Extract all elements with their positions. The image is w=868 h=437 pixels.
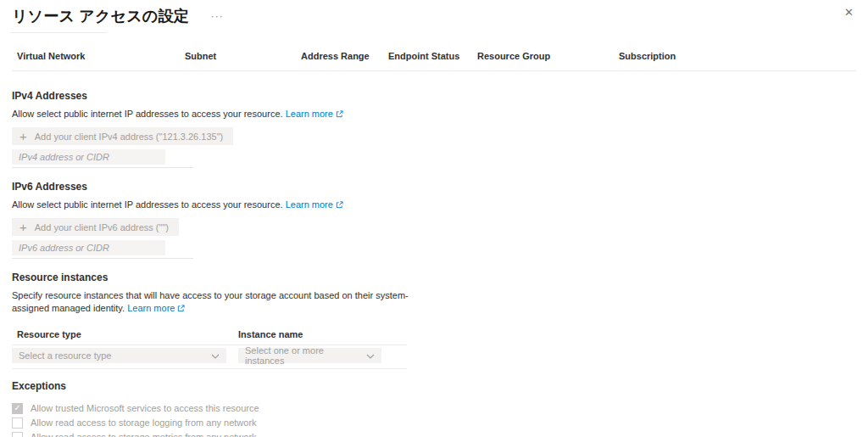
add-client-ipv6-button[interactable]: + Add your client IPv6 address ("") [12,218,179,236]
close-button[interactable]: ✕ [840,4,858,20]
close-icon: ✕ [844,6,854,19]
blade-header: リソース アクセスの設定 ··· ✕ [12,0,856,25]
resource-type-select[interactable]: Select a resource type [12,348,226,363]
ipv6-input-divider [12,258,193,259]
storage-logging-label: Allow read access to storage logging fro… [31,417,257,429]
ipv4-description-text: Allow select public internet IP addresse… [12,109,283,119]
ipv6-section-heading: IPv6 Addresses [12,181,856,193]
resource-type-label: Resource type [12,329,238,339]
column-header-subscription: Subscription [619,51,856,61]
ellipsis-icon: ··· [211,10,224,22]
chevron-down-icon [366,350,375,361]
table-divider [12,70,856,71]
ipv4-learn-more-link[interactable]: Learn more [286,109,343,119]
ipv6-learn-more-link[interactable]: Learn more [286,199,343,210]
plus-icon: + [19,130,27,143]
instance-name-label: Instance name [238,329,303,339]
check-icon: ✓ [14,404,20,412]
ipv4-input-divider [12,167,193,168]
column-header-endpoint-status: Endpoint Status [388,51,477,61]
exception-row-storage-logging: ✓ Allow read access to storage logging f… [12,417,856,429]
resource-instance-labels: Resource type Instance name [12,329,856,339]
column-header-address-range: Address Range [301,51,388,61]
instance-name-select[interactable]: Select one or more instances [238,348,381,363]
chevron-down-icon [211,350,220,361]
instance-name-select-value: Select one or more instances [245,345,361,366]
ipv4-address-input[interactable] [12,149,165,165]
column-header-resource-group: Resource Group [477,51,619,61]
resource-instances-heading: Resource instances [12,272,856,283]
exception-row-trusted-services: ✓ Allow trusted Microsoft services to ac… [12,402,856,414]
ipv4-description: Allow select public internet IP addresse… [12,108,856,121]
resource-instances-learn-more-link[interactable]: Learn more [127,303,185,313]
resource-instances-description: Specify resource instances that will hav… [12,289,410,316]
storage-metrics-checkbox[interactable]: ✓ [12,432,23,437]
resource-access-settings-blade: リソース アクセスの設定 ··· ✕ Virtual Network Subne… [0,0,868,437]
column-header-virtual-network: Virtual Network [12,51,185,61]
add-client-ipv4-label: Add your client IPv4 address ("121.3.26.… [35,132,223,142]
external-link-icon [177,303,185,316]
exceptions-heading: Exceptions [12,380,856,392]
network-table-header: Virtual Network Subnet Address Range End… [12,51,856,61]
ipv6-address-input[interactable] [12,240,165,255]
storage-logging-checkbox[interactable]: ✓ [12,417,23,429]
resource-instances-description-text: Specify resource instances that will hav… [12,290,409,313]
trusted-services-checkbox[interactable]: ✓ [12,403,23,414]
resource-instance-divider-bottom [12,368,407,369]
resource-instance-selectors: Select a resource type Select one or mor… [12,348,856,363]
more-options-button[interactable]: ··· [208,9,227,23]
add-client-ipv4-button[interactable]: + Add your client IPv4 address ("121.3.2… [12,127,233,145]
ipv6-description-text: Allow select public internet IP addresse… [12,199,283,210]
external-link-icon [336,109,343,121]
exception-row-storage-metrics: ✓ Allow read access to storage metrics f… [12,431,856,437]
ipv4-section-heading: IPv4 Addresses [12,90,856,102]
title-divider [11,32,107,33]
add-client-ipv6-label: Add your client IPv6 address ("") [35,222,169,233]
storage-metrics-label: Allow read access to storage metrics fro… [31,431,257,437]
column-header-subnet: Subnet [185,51,301,61]
plus-icon: + [19,221,27,233]
trusted-services-label: Allow trusted Microsoft services to acce… [31,402,259,414]
external-link-icon [336,199,343,212]
page-title: リソース アクセスの設定 [12,8,189,25]
resource-type-select-value: Select a resource type [19,350,111,361]
ipv6-description: Allow select public internet IP addresse… [12,199,856,212]
